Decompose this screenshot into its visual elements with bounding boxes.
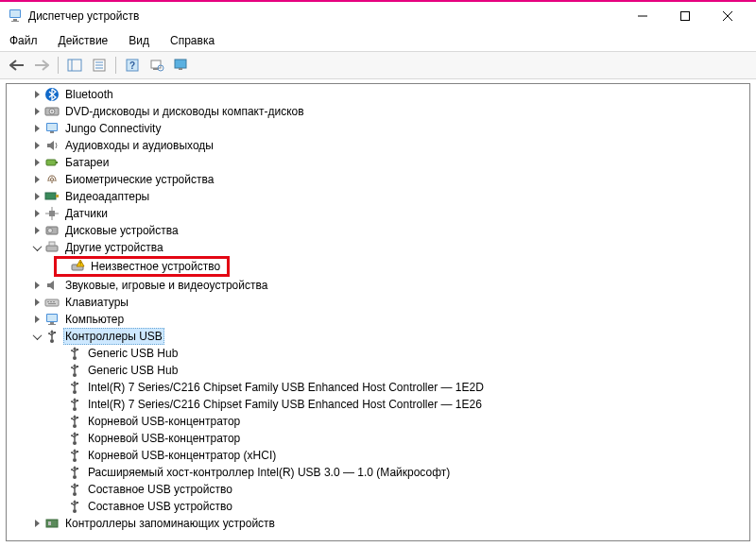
svg-rect-66 — [77, 366, 78, 368]
chevron-right-icon[interactable] — [29, 172, 44, 187]
tree-item-sensors[interactable]: Датчики — [7, 205, 749, 222]
svg-point-105 — [71, 503, 73, 504]
svg-point-55 — [48, 333, 50, 334]
close-button[interactable] — [706, 2, 748, 30]
menu-action[interactable]: Действие — [55, 32, 112, 49]
chevron-right-icon[interactable] — [29, 312, 44, 327]
usb-icon — [67, 499, 82, 514]
tree-label: Jungo Connectivity — [63, 120, 163, 137]
menu-file[interactable]: Файл — [6, 32, 42, 49]
tree-item-usb-controllers[interactable]: Контроллеры USB — [7, 328, 749, 345]
chevron-right-icon[interactable] — [29, 223, 44, 238]
toolbar: ? — [0, 51, 756, 79]
device-tree[interactable]: Bluetooth DVD-дисководы и дисководы комп… — [6, 83, 750, 541]
tree-item-usb-intel[interactable]: Intel(R) 7 Series/C216 Chipset Family US… — [7, 379, 749, 396]
tree-item-video-adapters[interactable]: Видеоадаптеры — [7, 188, 749, 205]
tree-item-keyboards[interactable]: Клавиатуры — [7, 294, 749, 311]
tree-item-usb-root-xhci[interactable]: Корневой USB-концентратор (xHCI) — [7, 447, 749, 464]
tree-item-usb-root[interactable]: Корневой USB-концентратор — [7, 430, 749, 447]
tree-item-disk[interactable]: Дисковые устройства — [7, 222, 749, 239]
svg-marker-77 — [73, 398, 77, 401]
svg-rect-51 — [50, 322, 54, 324]
chevron-right-icon[interactable] — [29, 206, 44, 221]
tree-item-audio-io[interactable]: Аудиовходы и аудиовыходы — [7, 137, 749, 154]
svg-point-60 — [71, 350, 73, 351]
svg-point-95 — [71, 469, 73, 470]
svg-rect-16 — [151, 60, 161, 68]
scan-hardware-button[interactable] — [146, 55, 168, 76]
tree-item-other[interactable]: Другие устройства — [7, 239, 749, 256]
tree-label: Видеоадаптеры — [63, 188, 151, 205]
tree-item-storage-controllers[interactable]: Контроллеры запоминающих устройств — [7, 515, 749, 532]
chevron-right-icon[interactable] — [29, 138, 44, 153]
toolbar-separator — [115, 57, 116, 74]
tree-item-unknown-device[interactable]: ! Неизвестное устройство — [54, 256, 230, 277]
help-button[interactable]: ? — [121, 55, 144, 76]
bluetooth-icon — [44, 87, 60, 102]
svg-rect-19 — [175, 60, 186, 68]
svg-rect-30 — [45, 193, 56, 199]
computer-icon — [44, 312, 60, 327]
tree-item-usb-root[interactable]: Корневой USB-концентратор — [7, 413, 749, 430]
tree-label: Составное USB устройство — [86, 481, 234, 498]
tree-item-usb-intel[interactable]: Intel(R) 7 Series/C216 Chipset Family US… — [7, 396, 749, 413]
disk-icon — [44, 223, 60, 238]
tree-item-computer[interactable]: Компьютер — [7, 311, 749, 328]
audio-icon — [44, 138, 60, 153]
tree-item-usb-hub[interactable]: Generic USB Hub — [7, 362, 749, 379]
chevron-right-icon[interactable] — [29, 278, 44, 293]
chevron-right-icon[interactable] — [29, 87, 44, 102]
chevron-down-icon[interactable] — [29, 329, 44, 344]
menu-view[interactable]: Вид — [125, 32, 153, 49]
minimize-button[interactable] — [621, 2, 663, 30]
tree-item-dvd[interactable]: DVD-дисководы и дисководы компакт-дисков — [7, 103, 749, 120]
properties-button[interactable] — [88, 55, 111, 76]
show-hide-console-button[interactable] — [63, 55, 86, 76]
svg-rect-1 — [10, 10, 20, 17]
svg-rect-106 — [77, 502, 78, 504]
tree-label: Биометрические устройства — [63, 171, 215, 188]
tree-item-sound-game[interactable]: Звуковые, игровые и видеоустройства — [7, 277, 749, 294]
svg-marker-72 — [73, 381, 77, 384]
chevron-right-icon[interactable] — [29, 104, 44, 119]
tree-item-usb-hub[interactable]: Generic USB Hub — [7, 345, 749, 362]
svg-marker-62 — [73, 347, 77, 350]
menu-help[interactable]: Справка — [166, 32, 218, 49]
tree-item-jungo[interactable]: Jungo Connectivity — [7, 120, 749, 137]
back-button[interactable] — [6, 55, 28, 76]
svg-rect-8 — [68, 60, 81, 71]
svg-point-24 — [51, 111, 53, 112]
chevron-right-icon[interactable] — [29, 155, 44, 170]
tree-item-usb-xhci[interactable]: Расширяемый хост-контроллер Intel(R) USB… — [7, 464, 749, 481]
maximize-button[interactable] — [663, 2, 706, 30]
svg-point-53 — [50, 339, 54, 343]
svg-point-88 — [73, 458, 77, 462]
tree-label: Generic USB Hub — [86, 345, 180, 362]
chevron-right-icon[interactable] — [29, 121, 44, 136]
svg-point-85 — [71, 435, 73, 436]
svg-rect-52 — [48, 324, 56, 325]
svg-point-90 — [71, 452, 73, 453]
usb-icon — [44, 329, 60, 344]
chevron-right-icon[interactable] — [29, 516, 44, 531]
tree-item-biometric[interactable]: Биометрические устройства — [7, 171, 749, 188]
app-icon — [8, 9, 23, 24]
forward-button[interactable] — [30, 55, 53, 76]
svg-rect-47 — [53, 301, 55, 302]
keyboard-icon — [44, 295, 60, 310]
tree-item-batteries[interactable]: Батареи — [7, 154, 749, 171]
usb-icon — [67, 363, 82, 378]
tree-item-bluetooth[interactable]: Bluetooth — [7, 86, 749, 103]
tree-label: Контроллеры USB — [63, 328, 164, 345]
chevron-right-icon[interactable] — [29, 295, 44, 310]
usb-icon — [67, 482, 82, 497]
monitor-button[interactable] — [170, 55, 193, 76]
chevron-right-icon[interactable] — [29, 189, 44, 204]
tree-item-usb-composite[interactable]: Составное USB устройство — [7, 481, 749, 498]
tree-item-usb-composite[interactable]: Составное USB устройство — [7, 498, 749, 515]
tree-label: Компьютер — [63, 311, 126, 328]
svg-rect-2 — [13, 19, 17, 21]
svg-marker-92 — [73, 449, 77, 452]
chevron-down-icon[interactable] — [29, 240, 44, 255]
svg-point-73 — [73, 407, 77, 411]
